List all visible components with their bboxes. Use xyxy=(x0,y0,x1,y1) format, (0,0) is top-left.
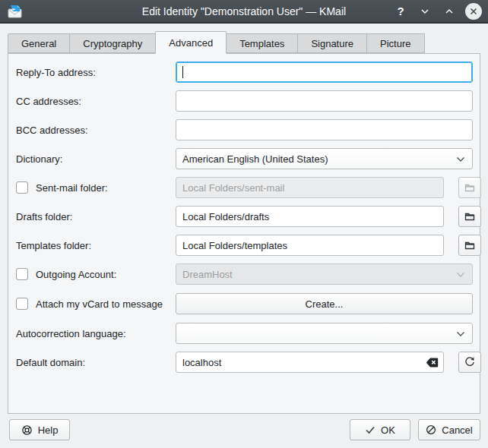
sent-mail-folder-picker-button xyxy=(458,177,481,198)
default-domain-label: Default domain: xyxy=(16,352,85,373)
ok-button[interactable]: OK xyxy=(350,419,410,440)
sent-mail-folder-input: Local Folders/sent-mail xyxy=(176,177,444,198)
templates-folder-picker-button[interactable] xyxy=(458,235,481,256)
tab-signature[interactable]: Signature xyxy=(297,33,367,53)
default-domain-input[interactable]: localhost xyxy=(176,352,444,373)
attach-vcard-checkbox[interactable] xyxy=(16,298,28,310)
backspace-clear-icon[interactable] xyxy=(426,357,439,368)
chevron-down-icon xyxy=(456,271,465,279)
dictionary-label: Dictionary: xyxy=(16,148,62,169)
tab-picture[interactable]: Picture xyxy=(366,33,424,53)
sent-mail-label: Sent-mail folder: xyxy=(36,177,108,198)
circle-slash-icon xyxy=(426,424,436,435)
outgoing-account-label: Outgoing Account: xyxy=(36,263,116,285)
templates-folder-label: Templates folder: xyxy=(16,235,91,256)
titlebar-help-button[interactable]: ? xyxy=(392,3,409,20)
tab-bar: General Cryptography Advanced Templates … xyxy=(8,33,425,53)
cancel-button[interactable]: Cancel xyxy=(418,419,480,440)
help-button[interactable]: Help xyxy=(9,419,70,440)
text-caret xyxy=(182,66,183,78)
close-icon[interactable] xyxy=(465,3,482,20)
drafts-folder-label: Drafts folder: xyxy=(16,206,72,227)
templates-folder-input[interactable]: Local Folders/templates xyxy=(176,235,444,256)
lifebuoy-icon xyxy=(21,424,33,436)
chevron-down-icon xyxy=(456,156,465,163)
outgoing-account-checkbox[interactable] xyxy=(16,268,28,280)
reply-to-input[interactable] xyxy=(176,62,473,83)
drafts-folder-input[interactable]: Local Folders/drafts xyxy=(176,206,444,227)
chevron-down-icon xyxy=(456,330,465,338)
autocorrection-language-label: Autocorrection language: xyxy=(16,323,126,344)
minimize-icon[interactable] xyxy=(417,3,433,20)
cc-input[interactable] xyxy=(176,90,473,112)
autocorrection-language-select[interactable] xyxy=(176,323,473,344)
reply-to-label: Reply-To address: xyxy=(16,62,96,83)
check-icon xyxy=(365,425,376,434)
bcc-input[interactable] xyxy=(176,119,473,140)
bcc-label: BCC addresses: xyxy=(16,119,88,140)
drafts-folder-picker-button[interactable] xyxy=(458,206,481,227)
tab-cryptography[interactable]: Cryptography xyxy=(69,33,156,53)
dictionary-select[interactable]: American English (United States) xyxy=(176,148,473,169)
tab-templates[interactable]: Templates xyxy=(226,33,298,53)
cc-label: CC addresses: xyxy=(16,90,81,112)
create-vcard-button[interactable]: Create... xyxy=(176,293,473,314)
titlebar: Edit Identity "Demonstration User" — KMa… xyxy=(0,0,488,24)
sent-mail-checkbox[interactable] xyxy=(16,181,28,194)
attach-vcard-label: Attach my vCard to message xyxy=(36,293,163,314)
tab-general[interactable]: General xyxy=(8,33,70,53)
advanced-tab-panel: Reply-To address: CC addresses: BCC addr… xyxy=(8,53,480,414)
kmail-envelope-icon xyxy=(8,4,23,19)
tab-advanced[interactable]: Advanced xyxy=(155,31,227,54)
maximize-icon[interactable] xyxy=(441,3,458,20)
outgoing-account-select: DreamHost xyxy=(176,263,473,285)
default-domain-reset-button[interactable] xyxy=(458,352,481,373)
